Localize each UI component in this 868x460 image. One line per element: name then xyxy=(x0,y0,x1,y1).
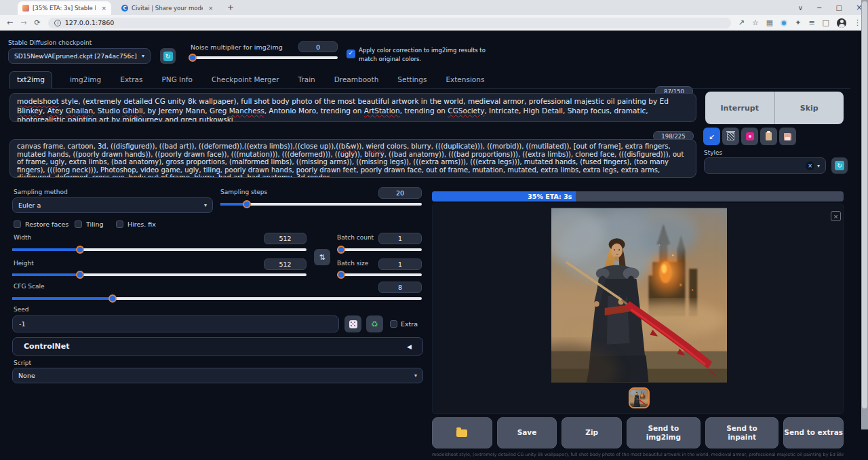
window-minimize-icon[interactable]: − xyxy=(816,4,822,12)
civitai-favicon: C xyxy=(121,5,128,12)
height-value[interactable]: 512 xyxy=(264,258,307,270)
seed-label: Seed xyxy=(14,306,29,313)
script-value: None xyxy=(18,372,35,379)
clear-prompt-button[interactable] xyxy=(722,128,739,145)
new-tab-button[interactable]: + xyxy=(225,2,236,13)
reload-icon[interactable]: ⟳ xyxy=(34,18,40,27)
random-seed-button[interactable] xyxy=(344,315,361,332)
tab-extensions[interactable]: Extensions xyxy=(444,72,486,88)
tab-train[interactable]: Train xyxy=(297,72,317,88)
styles-dropdown[interactable]: × ▾ xyxy=(704,157,826,174)
sampling-method-label: Sampling method xyxy=(14,189,68,195)
browser-toolbar: ← → ⟳ i 127.0.0.1:7860 ↗ ☆ ▦ ✦ ≡ □ ⋮ xyxy=(0,15,868,31)
send-to-inpaint-button[interactable]: Send to inpaint xyxy=(705,417,779,448)
bookmark-star-icon[interactable]: ☆ xyxy=(752,18,759,27)
reading-list-icon[interactable]: ≡ xyxy=(808,18,814,27)
interrupt-button[interactable]: Interrupt xyxy=(705,92,774,124)
restore-faces-checkbox[interactable] xyxy=(14,221,21,228)
save-button[interactable]: Save xyxy=(497,417,557,448)
extension-grid-icon[interactable]: ▦ xyxy=(766,18,773,27)
stable-diffusion-webui: Stable Diffusion checkpoint SD15NewVAEpr… xyxy=(0,31,868,460)
side-panel-icon[interactable]: □ xyxy=(823,18,829,27)
width-label: Width xyxy=(14,234,31,241)
tab-extras[interactable]: Extras xyxy=(119,72,144,88)
tiling-checkbox[interactable] xyxy=(75,221,82,228)
address-bar[interactable]: i 127.0.0.1:7860 xyxy=(48,18,731,28)
batch-count-slider[interactable] xyxy=(337,246,422,254)
send-to-img2img-button[interactable]: Send to img2img xyxy=(627,417,701,448)
gallery-thumbnail[interactable] xyxy=(629,387,650,408)
cfg-scale-value[interactable]: 8 xyxy=(378,282,422,293)
browser-tab-civitai[interactable]: C Civitai | Share your models × xyxy=(117,1,218,15)
extra-networks-button[interactable] xyxy=(741,128,758,145)
save-style-icon xyxy=(784,133,791,140)
extensions-puzzle-icon[interactable]: ✦ xyxy=(795,18,801,27)
width-value[interactable]: 512 xyxy=(264,233,307,244)
url-text: 127.0.0.1:7860 xyxy=(65,19,115,26)
generation-progress-bar: 35% ETA: 3s xyxy=(432,191,844,202)
profile-avatar[interactable] xyxy=(837,18,846,28)
controlnet-accordion[interactable]: ControlNet ◀ xyxy=(12,337,423,356)
apply-style-button[interactable] xyxy=(760,128,777,145)
script-dropdown[interactable]: None ▾ xyxy=(12,368,423,383)
save-style-button[interactable] xyxy=(779,128,796,145)
tab-txt2img[interactable]: txt2img xyxy=(9,71,52,89)
cfg-scale-slider[interactable] xyxy=(12,294,422,303)
extension-blue-icon[interactable] xyxy=(781,20,787,26)
tab-img2img[interactable]: img2img xyxy=(68,72,102,88)
swap-dimensions-button[interactable]: ⇅ xyxy=(314,249,330,265)
page-scrollbar[interactable] xyxy=(861,0,868,429)
share-icon[interactable]: ↗ xyxy=(738,18,745,27)
tab-close-icon[interactable]: × xyxy=(101,5,106,12)
sampling-steps-slider[interactable] xyxy=(220,200,422,208)
open-folder-button[interactable] xyxy=(432,417,492,448)
sampling-steps-value[interactable]: 20 xyxy=(378,187,422,199)
width-slider[interactable] xyxy=(12,246,307,254)
window-chevron-icon[interactable]: ∨ xyxy=(798,4,803,12)
site-info-icon[interactable]: i xyxy=(54,20,61,26)
batch-size-value[interactable]: 1 xyxy=(378,258,422,270)
browser-tab-stable-diffusion[interactable]: [35% ETA: 3s] Stable Diffusion × xyxy=(18,1,111,15)
forward-icon[interactable]: → xyxy=(20,18,26,27)
reuse-seed-button[interactable]: ♻ xyxy=(366,315,383,332)
tab-close-icon[interactable]: × xyxy=(208,5,214,12)
paste-arrow-icon: ↙ xyxy=(709,132,715,141)
extra-seed-checkbox[interactable] xyxy=(390,320,397,328)
color-correction-checkbox[interactable] xyxy=(347,50,355,58)
checkpoint-dropdown[interactable]: SD15NewVAEpruned.ckpt [27a4ac756c] ▾ xyxy=(8,48,151,64)
tab-dreambooth[interactable]: Dreambooth xyxy=(333,72,380,88)
tab-png-info[interactable]: PNG Info xyxy=(160,72,194,88)
noise-multiplier-value[interactable]: 0 xyxy=(298,41,338,52)
prompt-textarea[interactable]: modelshoot style, (extremely detailed CG… xyxy=(9,93,696,122)
refresh-icon: ↻ xyxy=(835,161,844,170)
height-slider[interactable] xyxy=(12,271,307,279)
window-maximize-icon[interactable]: □ xyxy=(835,4,842,12)
paste-generation-params-button[interactable]: ↙ xyxy=(703,128,720,145)
noise-multiplier-slider[interactable] xyxy=(191,54,338,62)
generated-image[interactable] xyxy=(551,208,727,383)
seed-input[interactable]: -1 xyxy=(12,315,339,332)
negative-prompt-textarea[interactable]: canvas frame, cartoon, 3d, ((disfigured)… xyxy=(9,139,696,178)
height-label: Height xyxy=(14,260,34,267)
tab-checkpoint-merger[interactable]: Checkpoint Merger xyxy=(210,72,281,88)
tab-settings[interactable]: Settings xyxy=(396,72,428,88)
send-to-extras-button[interactable]: Send to extras xyxy=(783,417,844,448)
recycle-icon: ♻ xyxy=(371,320,378,329)
browser-menu-icon[interactable]: ⋮ xyxy=(854,18,861,27)
hires-fix-checkbox[interactable] xyxy=(116,221,123,228)
sampling-method-value: Euler a xyxy=(18,202,41,209)
clear-styles-icon[interactable]: × xyxy=(806,161,814,170)
checkpoint-refresh-button[interactable]: ↻ xyxy=(160,48,176,64)
dice-icon xyxy=(349,320,357,328)
batch-count-value[interactable]: 1 xyxy=(378,233,422,244)
sampling-method-dropdown[interactable]: Euler a ▾ xyxy=(12,197,213,213)
generation-info-text: modelshoot style, (extremely detailed CG… xyxy=(432,452,844,460)
chevron-down-icon: ▾ xyxy=(142,53,144,59)
zip-button[interactable]: Zip xyxy=(561,417,622,448)
gallery-close-icon[interactable]: × xyxy=(831,211,841,221)
back-icon[interactable]: ← xyxy=(7,18,13,27)
controlnet-label: ControlNet xyxy=(24,342,69,351)
skip-button[interactable]: Skip xyxy=(774,92,844,124)
batch-size-slider[interactable] xyxy=(337,271,422,279)
styles-refresh-button[interactable]: ↻ xyxy=(831,157,848,174)
